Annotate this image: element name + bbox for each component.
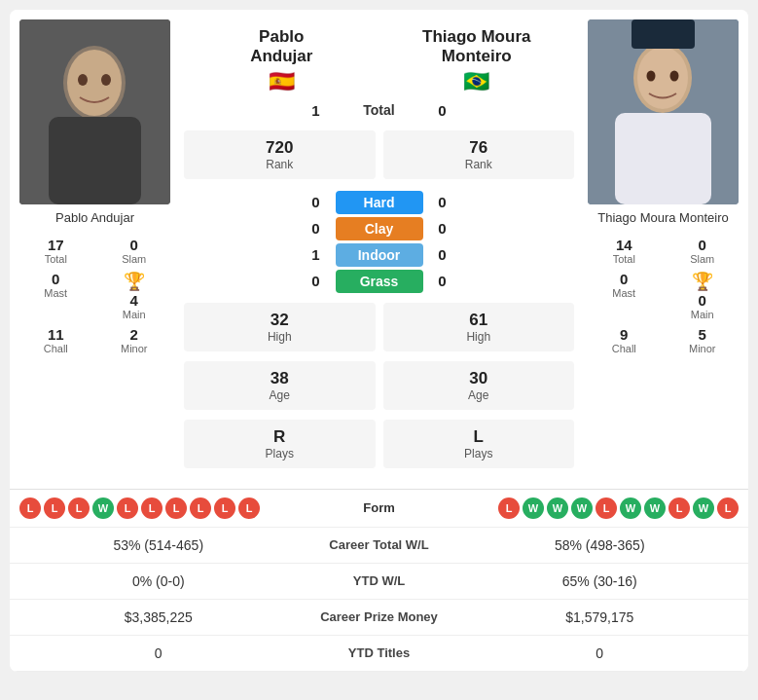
total-score-p2: 0 bbox=[431, 102, 454, 119]
player2-trophy-icon: 🏆 bbox=[692, 271, 713, 292]
hard-badge: Hard bbox=[336, 191, 423, 214]
hard-score-p2: 0 bbox=[431, 194, 454, 210]
player1-name-block: Pablo Andujar 🇪🇸 bbox=[184, 27, 379, 94]
player1-trophy-icon: 🏆 bbox=[124, 271, 145, 292]
form-badge-w: W bbox=[92, 497, 114, 519]
ytd-wl-label: YTD W/L bbox=[292, 573, 467, 588]
player1-minor-cell: 2 Minor bbox=[96, 324, 173, 356]
plays-row: R Plays L Plays bbox=[184, 417, 574, 471]
svg-point-5 bbox=[101, 74, 111, 86]
bottom-section: LLLWLLLLLL Form LWWWLWWLWL 53% (514-465)… bbox=[10, 489, 748, 672]
player1-chall-value: 11 bbox=[19, 326, 92, 343]
player1-form-badges: LLLWLLLLLL bbox=[19, 497, 331, 519]
player1-career-wl: 53% (514-465) bbox=[25, 537, 292, 553]
player1-flag: 🇪🇸 bbox=[184, 69, 379, 94]
player1-name-label: Pablo Andujar bbox=[55, 210, 134, 227]
player2-trophy-cell: 🏆 0 Main bbox=[665, 269, 741, 322]
form-badge-l: L bbox=[68, 497, 90, 519]
player1-age-label: Age bbox=[203, 388, 356, 402]
player2-total-cell: 14 Total bbox=[586, 235, 663, 267]
form-badge-l: L bbox=[668, 497, 690, 519]
player1-plays-value: R bbox=[203, 427, 356, 447]
form-badge-w: W bbox=[693, 497, 714, 519]
total-row: 1 Total 0 bbox=[305, 102, 454, 119]
rank-row: 720 Rank 76 Rank bbox=[184, 128, 574, 182]
player1-mast-value: 0 bbox=[19, 271, 92, 287]
player2-panel: Thiago Moura Monteiro 14 Total 0 Slam 0 … bbox=[578, 19, 748, 471]
clay-score-p1: 0 bbox=[305, 220, 328, 237]
ytd-titles-label: YTD Titles bbox=[292, 645, 467, 660]
player2-center-name: Thiago Moura Monteiro bbox=[379, 27, 575, 67]
player2-minor-value: 5 bbox=[667, 326, 740, 343]
player2-chall-label: Chall bbox=[588, 343, 661, 354]
form-badge-l: L bbox=[717, 497, 739, 519]
clay-badge: Clay bbox=[336, 217, 423, 240]
player2-minor-label: Minor bbox=[667, 343, 740, 354]
form-badge-l: L bbox=[44, 497, 65, 519]
player1-minor-value: 2 bbox=[98, 326, 171, 343]
player2-age-label: Age bbox=[403, 388, 556, 402]
player2-photo bbox=[588, 19, 739, 204]
form-badge-l: L bbox=[596, 497, 617, 519]
player2-name-label: Thiago Moura Monteiro bbox=[597, 210, 728, 227]
player1-high-label: High bbox=[203, 330, 356, 344]
form-badge-w: W bbox=[644, 497, 666, 519]
ytd-wl-row: 0% (0-0) YTD W/L 65% (30-16) bbox=[10, 564, 748, 600]
player2-age-value: 30 bbox=[403, 369, 556, 388]
form-badge-l: L bbox=[165, 497, 187, 519]
form-badge-l: L bbox=[117, 497, 138, 519]
grass-score-p1: 0 bbox=[305, 273, 328, 289]
svg-point-3 bbox=[67, 50, 122, 116]
player1-chall-label: Chall bbox=[19, 343, 92, 354]
player2-plays-label: Plays bbox=[403, 447, 556, 461]
player1-total-value: 17 bbox=[19, 237, 92, 253]
player1-age-value: 38 bbox=[203, 369, 356, 388]
form-badge-l: L bbox=[19, 497, 41, 519]
player2-chall-value: 9 bbox=[588, 326, 661, 343]
player1-rank-block: 720 Rank bbox=[184, 130, 376, 179]
form-badge-l: L bbox=[214, 497, 235, 519]
player2-prize: $1,579,175 bbox=[467, 609, 734, 625]
player2-flag: 🇧🇷 bbox=[379, 69, 575, 94]
player1-plays-block: R Plays bbox=[184, 420, 376, 468]
hard-score-p1: 0 bbox=[305, 194, 328, 210]
form-badge-w: W bbox=[620, 497, 641, 519]
grass-score-p2: 0 bbox=[431, 273, 454, 289]
svg-rect-2 bbox=[49, 117, 141, 204]
form-badge-l: L bbox=[498, 497, 520, 519]
player2-slam-label: Slam bbox=[667, 253, 740, 265]
form-row: LLLWLLLLLL Form LWWWLWWLWL bbox=[10, 490, 748, 528]
player1-mast-label: Mast bbox=[19, 287, 92, 299]
indoor-row: 1 Indoor 0 bbox=[184, 243, 574, 267]
player1-slam-value: 0 bbox=[98, 237, 171, 253]
player2-high-block: 61 High bbox=[383, 303, 575, 351]
form-badge-l: L bbox=[238, 497, 260, 519]
player1-minor-label: Minor bbox=[98, 343, 171, 354]
total-score-p1: 1 bbox=[305, 102, 328, 119]
player2-mast-value: 0 bbox=[588, 271, 661, 287]
player2-form-badges: LWWWLWWLWL bbox=[428, 497, 740, 519]
form-badge-w: W bbox=[571, 497, 593, 519]
form-badge-w: W bbox=[523, 497, 544, 519]
player1-plays-label: Plays bbox=[203, 447, 356, 461]
player2-total-label: Total bbox=[588, 253, 661, 265]
player1-high-block: 32 High bbox=[184, 303, 376, 351]
indoor-score-p1: 1 bbox=[305, 246, 328, 263]
high-row: 32 High 61 High bbox=[184, 300, 574, 354]
player1-prize: $3,385,225 bbox=[25, 609, 292, 625]
player1-chall-cell: 11 Chall bbox=[18, 324, 94, 356]
center-section: Pablo Andujar 🇪🇸 Thiago Moura Monteiro 🇧… bbox=[180, 19, 578, 471]
clay-row: 0 Clay 0 bbox=[184, 217, 574, 240]
player1-rank-value: 720 bbox=[203, 138, 356, 158]
career-wl-row: 53% (514-465) Career Total W/L 58% (498-… bbox=[10, 528, 748, 564]
player2-mast-label: Mast bbox=[588, 287, 661, 299]
career-wl-label: Career Total W/L bbox=[292, 537, 467, 552]
svg-point-11 bbox=[670, 71, 679, 82]
player2-high-value: 61 bbox=[403, 311, 556, 330]
form-label: Form bbox=[331, 500, 428, 515]
form-badge-w: W bbox=[547, 497, 568, 519]
svg-rect-8 bbox=[615, 113, 711, 204]
svg-point-10 bbox=[647, 71, 656, 82]
player2-slam-cell: 0 Slam bbox=[665, 235, 741, 267]
player1-slam-cell: 0 Slam bbox=[96, 235, 173, 267]
